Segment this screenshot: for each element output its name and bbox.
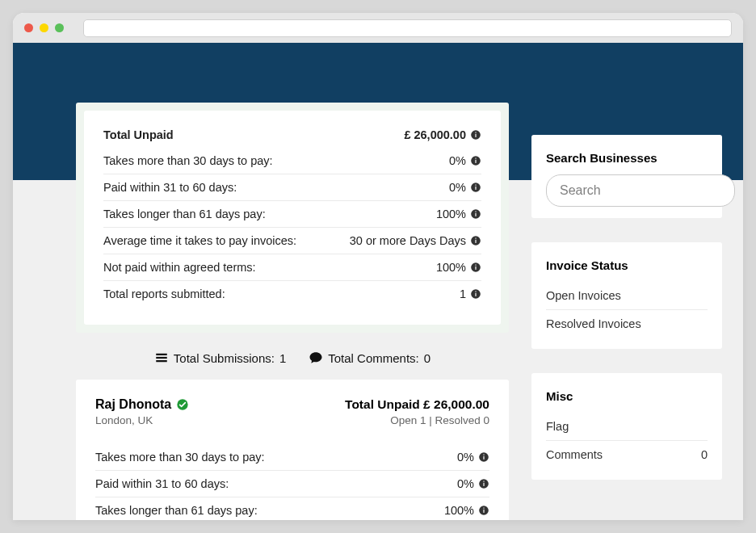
business-total-unpaid: Total Unpaid £ 26,000.00	[345, 397, 489, 412]
info-icon[interactable]	[470, 262, 481, 273]
misc-link-label: Flag	[546, 420, 569, 433]
stat-label: Total reports submitted:	[103, 287, 225, 300]
svg-rect-33	[483, 508, 484, 509]
info-icon[interactable]	[470, 235, 481, 246]
list-icon	[154, 350, 169, 365]
verified-icon	[176, 398, 189, 411]
comments-label: Total Comments:	[328, 351, 419, 365]
maximize-window-button[interactable]	[55, 23, 64, 32]
svg-rect-17	[475, 265, 476, 266]
summary-rows: Takes more than 30 days to pay:0%Paid wi…	[103, 148, 481, 307]
stat-value: 0%	[457, 451, 474, 464]
info-icon[interactable]	[478, 451, 489, 463]
stat-row: Paid within 31 to 60 days:0%	[103, 174, 481, 200]
stat-value: 100%	[444, 504, 474, 517]
stat-value: 0%	[449, 154, 466, 167]
stat-row: Total reports submitted:1	[103, 280, 481, 307]
svg-rect-8	[475, 185, 476, 186]
stat-row: Not paid within agreed terms:100%	[103, 254, 481, 280]
svg-rect-26	[483, 456, 484, 460]
summary-card-wrapper: Total Unpaid £ 26,000.00 Takes more than…	[76, 103, 509, 333]
stat-row: Takes more than 30 days to pay:0%	[95, 444, 489, 470]
invoice-status-card: Invoice Status Open InvoicesResolved Inv…	[531, 242, 722, 349]
business-header: Raj Dhonota London, UK Total Unpaid £ 26…	[95, 397, 489, 426]
stat-value: 0%	[449, 181, 466, 194]
stat-value: 100%	[436, 208, 466, 220]
svg-rect-14	[475, 238, 476, 239]
page-content: Total Unpaid £ 26,000.00 Takes more than…	[13, 43, 743, 520]
close-window-button[interactable]	[24, 23, 33, 32]
counters-bar: Total Submissions: 1 Total Comments: 0	[76, 333, 509, 380]
comments-counter: Total Comments: 0	[309, 350, 430, 365]
info-icon[interactable]	[470, 288, 481, 300]
submissions-label: Total Submissions:	[174, 351, 275, 365]
stat-label: Takes more than 30 days to pay:	[95, 451, 265, 464]
misc-link[interactable]: Flag	[546, 413, 708, 441]
business-name-row: Raj Dhonota	[95, 397, 189, 412]
svg-rect-20	[475, 292, 476, 292]
search-input[interactable]	[546, 174, 735, 207]
business-location: London, UK	[95, 414, 189, 426]
stat-label: Takes more than 30 days to pay:	[103, 154, 273, 167]
stat-row: Average time it takes to pay invoices:30…	[103, 227, 481, 254]
svg-rect-22	[156, 357, 167, 359]
svg-rect-32	[483, 510, 484, 513]
misc-link[interactable]: Comments0	[546, 441, 708, 468]
search-title: Search Businesses	[546, 151, 708, 165]
stat-label: Paid within 31 to 60 days:	[95, 477, 229, 490]
info-icon[interactable]	[478, 505, 489, 516]
comment-icon	[309, 350, 323, 365]
svg-rect-11	[475, 212, 476, 212]
stat-row: Takes longer than 61 days pay:100%	[95, 497, 489, 520]
svg-rect-27	[483, 455, 484, 455]
stat-row: Paid within 31 to 60 days:0%	[95, 470, 489, 497]
business-rows: Takes more than 30 days to pay:0%Paid wi…	[95, 444, 489, 520]
svg-rect-13	[475, 240, 476, 243]
info-icon[interactable]	[470, 182, 481, 193]
info-icon[interactable]	[470, 208, 481, 220]
info-icon[interactable]	[470, 129, 481, 141]
stat-label: Takes longer than 61 days pay:	[95, 504, 258, 517]
svg-rect-7	[475, 187, 476, 190]
svg-rect-16	[475, 266, 476, 270]
address-bar[interactable]	[83, 19, 732, 37]
minimize-window-button[interactable]	[40, 23, 48, 32]
invoice-status-link[interactable]: Resolved Invoices	[546, 310, 708, 338]
search-card: Search Businesses	[531, 135, 722, 218]
titlebar	[13, 13, 743, 43]
svg-rect-2	[475, 132, 476, 133]
summary-card: Total Unpaid £ 26,000.00 Takes more than…	[84, 111, 501, 325]
summary-total: £ 26,000.00	[404, 128, 466, 141]
svg-rect-1	[475, 134, 476, 137]
misc-link-count: 0	[701, 448, 708, 461]
business-name[interactable]: Raj Dhonota	[95, 397, 171, 412]
svg-rect-23	[156, 360, 167, 362]
misc-card: Misc FlagComments0	[531, 373, 722, 480]
invoice-status-link[interactable]: Open Invoices	[546, 282, 708, 310]
summary-heading: Total Unpaid	[103, 128, 174, 141]
misc-link-label: Comments	[546, 448, 603, 461]
main-column: Total Unpaid £ 26,000.00 Takes more than…	[76, 103, 509, 520]
stat-value: 30 or more Days Days	[350, 234, 466, 247]
svg-rect-29	[483, 483, 484, 486]
stat-label: Takes longer than 61 days pay:	[103, 208, 266, 220]
submissions-counter: Total Submissions: 1	[154, 350, 286, 365]
stat-row: Takes more than 30 days to pay:0%	[103, 148, 481, 174]
business-card: Raj Dhonota London, UK Total Unpaid £ 26…	[76, 380, 509, 520]
svg-rect-30	[483, 481, 484, 482]
svg-rect-4	[475, 160, 476, 163]
business-status: Open 1 | Resolved 0	[345, 414, 489, 426]
info-icon[interactable]	[470, 155, 481, 166]
submissions-value: 1	[279, 351, 286, 365]
svg-rect-10	[475, 213, 476, 216]
info-icon[interactable]	[478, 478, 489, 489]
svg-rect-21	[156, 354, 167, 355]
svg-rect-5	[475, 158, 476, 159]
invoice-status-title: Invoice Status	[546, 258, 708, 272]
stat-label: Average time it takes to pay invoices:	[103, 234, 296, 247]
comments-value: 0	[424, 351, 430, 365]
svg-rect-19	[475, 293, 476, 296]
browser-window: Total Unpaid £ 26,000.00 Takes more than…	[13, 13, 743, 520]
viewport: Total Unpaid £ 26,000.00 Takes more than…	[13, 43, 743, 520]
stat-label: Paid within 31 to 60 days:	[103, 181, 237, 194]
